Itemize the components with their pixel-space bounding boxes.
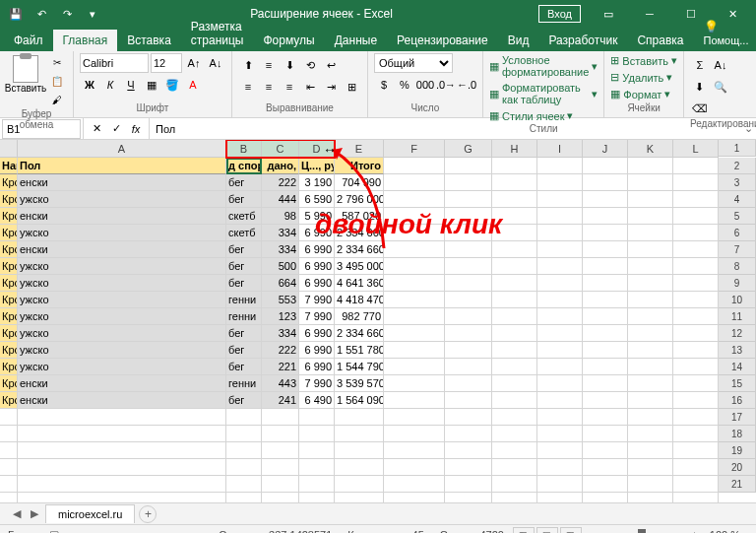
tab-review[interactable]: Рецензирование (387, 30, 498, 51)
cell-A8[interactable]: Кроссовки беговые, размер 41 (0, 275, 18, 292)
cell-empty[interactable] (384, 476, 445, 493)
cell-empty[interactable] (537, 174, 583, 191)
cell-empty[interactable] (628, 158, 673, 174)
cell-empty[interactable] (537, 359, 583, 375)
cell-empty[interactable] (492, 493, 537, 502)
cell-empty[interactable] (492, 292, 537, 308)
cell-C9[interactable]: генни (226, 292, 262, 308)
cell-E6[interactable]: 6 990 (299, 241, 335, 258)
cell-empty[interactable] (0, 493, 18, 502)
fill-button[interactable]: ⬇ (690, 77, 710, 97)
cell-empty[interactable] (492, 442, 537, 459)
cell-empty[interactable] (537, 325, 583, 342)
cell-E2[interactable]: 3 190 (299, 174, 335, 191)
cell-B2[interactable]: енски (18, 174, 226, 191)
undo-button[interactable]: ↶ (30, 3, 53, 25)
row-header-7[interactable]: 7 (719, 241, 756, 258)
cell-B10[interactable]: ужско (18, 308, 226, 325)
cell-empty[interactable] (537, 375, 583, 392)
cell-C6[interactable]: бег (226, 241, 262, 258)
cell-A1[interactable]: Наименование (0, 158, 18, 174)
cell-empty[interactable] (583, 459, 628, 476)
cell-F12[interactable]: 1 551 780 (335, 342, 384, 359)
col-header-D[interactable]: D (299, 140, 335, 158)
cell-F3[interactable]: 2 796 000 (335, 191, 384, 208)
cell-empty[interactable] (18, 476, 226, 493)
cell-B1[interactable]: Пол (18, 158, 226, 174)
row-header-12[interactable]: 12 (719, 325, 756, 342)
cell-C12[interactable]: бег (226, 342, 262, 359)
cell-empty[interactable] (583, 258, 628, 275)
cell-B12[interactable]: ужско (18, 342, 226, 359)
cell-empty[interactable] (673, 359, 719, 375)
align-middle-button[interactable]: ≡ (259, 55, 279, 75)
cell-empty[interactable] (673, 158, 719, 174)
cell-empty[interactable] (384, 292, 445, 308)
decrease-indent-button[interactable]: ⇤ (300, 77, 320, 97)
cut-button[interactable]: ✂ (47, 53, 67, 71)
align-right-button[interactable]: ≡ (280, 77, 299, 97)
cell-F15[interactable]: 1 564 090 (335, 392, 384, 409)
cell-F2[interactable]: 704 990 (335, 174, 384, 191)
autosum-button[interactable]: Σ (690, 55, 710, 75)
underline-button[interactable]: Ч (121, 75, 141, 95)
spreadsheet-grid[interactable]: ABCDEFGHIJKL1НаименованиеПолд спордано,Ц… (0, 140, 756, 502)
cell-empty[interactable] (628, 275, 673, 292)
cell-empty[interactable] (262, 493, 299, 502)
paste-button[interactable]: Вставить (6, 53, 45, 94)
cell-B7[interactable]: ужско (18, 258, 226, 275)
cell-empty[interactable] (0, 409, 18, 426)
cell-D3[interactable]: 444 (262, 191, 299, 208)
cell-empty[interactable] (673, 375, 719, 392)
cell-empty[interactable] (537, 493, 583, 502)
col-header-L[interactable]: L (673, 140, 719, 158)
cell-empty[interactable] (492, 308, 537, 325)
cell-E5[interactable]: 6 990 (299, 225, 335, 241)
cell-empty[interactable] (18, 493, 226, 502)
cell-empty[interactable] (262, 476, 299, 493)
cell-empty[interactable] (226, 493, 262, 502)
cell-empty[interactable] (492, 359, 537, 375)
cell-empty[interactable] (673, 275, 719, 292)
cell-empty[interactable] (583, 275, 628, 292)
cell-empty[interactable] (537, 392, 583, 409)
cell-empty[interactable] (384, 459, 445, 476)
col-header-J[interactable]: J (583, 140, 628, 158)
cell-C14[interactable]: генни (226, 375, 262, 392)
cell-empty[interactable] (673, 392, 719, 409)
cell-empty[interactable] (628, 409, 673, 426)
increase-indent-button[interactable]: ⇥ (321, 77, 341, 97)
cell-empty[interactable] (673, 225, 719, 241)
copy-button[interactable]: 📋 (47, 72, 67, 90)
cell-empty[interactable] (628, 359, 673, 375)
cell-empty[interactable] (583, 308, 628, 325)
fill-color-button[interactable]: 🪣 (162, 75, 182, 95)
cell-empty[interactable] (537, 459, 583, 476)
cell-empty[interactable] (492, 375, 537, 392)
tab-view[interactable]: Вид (498, 30, 539, 51)
cell-B8[interactable]: ужско (18, 275, 226, 292)
cell-empty[interactable] (492, 426, 537, 442)
cell-D4[interactable]: 98 (262, 208, 299, 225)
cell-empty[interactable] (384, 375, 445, 392)
decrease-font-button[interactable]: A↓ (206, 53, 225, 73)
page-break-view-button[interactable]: ▥ (560, 527, 582, 534)
cell-empty[interactable] (299, 426, 335, 442)
conditional-format-button[interactable]: ▦ Условное форматирование▾ (489, 53, 598, 79)
col-header-A[interactable]: A (18, 140, 226, 158)
cell-empty[interactable] (537, 342, 583, 359)
increase-decimal-button[interactable]: .0→ (436, 75, 456, 95)
cancel-formula-button[interactable]: ✕ (88, 120, 105, 138)
cell-empty[interactable] (583, 359, 628, 375)
cell-empty[interactable] (335, 476, 384, 493)
cell-E3[interactable]: 6 590 (299, 191, 335, 208)
cell-empty[interactable] (262, 426, 299, 442)
cell-D6[interactable]: 334 (262, 241, 299, 258)
cell-empty[interactable] (673, 325, 719, 342)
align-center-button[interactable]: ≡ (259, 77, 279, 97)
tab-home[interactable]: Главная (53, 30, 118, 51)
tell-me[interactable]: 💡 Помощ... (694, 16, 756, 51)
cell-E7[interactable]: 6 990 (299, 258, 335, 275)
cell-C11[interactable]: бег (226, 325, 262, 342)
cell-empty[interactable] (384, 409, 445, 426)
